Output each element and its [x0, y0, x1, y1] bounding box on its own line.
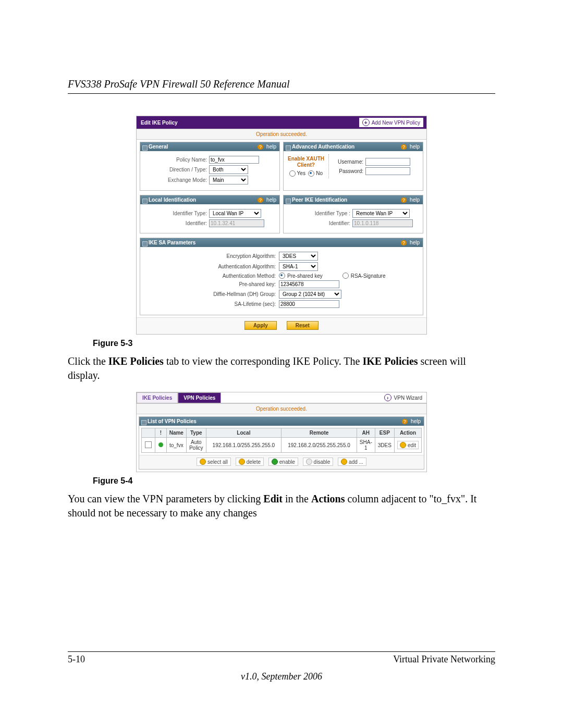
- adv-auth-header: Advanced Authentication: [292, 144, 354, 150]
- exchange-mode-label: Exchange Mode:: [144, 177, 207, 183]
- policy-name-label: Policy Name:: [144, 157, 207, 163]
- general-header: General: [149, 144, 168, 150]
- exchange-mode-select[interactable]: Main: [209, 176, 248, 184]
- help-link[interactable]: ?help: [402, 418, 421, 424]
- apply-button[interactable]: Apply: [244, 321, 277, 330]
- local-id-header: Local Identification: [149, 197, 196, 203]
- sa-life-input[interactable]: [279, 300, 339, 308]
- page-number: 5-10: [68, 654, 85, 665]
- rsa-radio[interactable]: [342, 273, 349, 279]
- peer-id-label: Identifier:: [288, 220, 350, 226]
- dh-select[interactable]: Group 2 (1024 bit): [279, 290, 341, 299]
- panel-title: Edit IKE Policy: [141, 120, 178, 126]
- help-link[interactable]: ?help: [401, 197, 420, 203]
- select-all-button[interactable]: select all: [197, 458, 231, 466]
- figure-caption-53: Figure 5-3: [93, 339, 495, 348]
- auth-method-label: Authentication Method:: [140, 273, 279, 279]
- status-dot-icon: [158, 442, 163, 447]
- edit-button[interactable]: edit: [397, 441, 419, 449]
- rsa-label: RSA-Signature: [351, 273, 386, 279]
- figure-caption-54: Figure 5-4: [93, 476, 495, 486]
- password-input[interactable]: [365, 167, 410, 175]
- enable-icon: [272, 459, 278, 465]
- vpn-wizard-label: VPN Wizard: [394, 395, 422, 401]
- direction-label: Direction / Type:: [144, 167, 207, 172]
- local-id-label: Identifier:: [144, 220, 207, 226]
- peer-type-label: Identifier Type :: [288, 211, 350, 216]
- psk-input[interactable]: [279, 280, 339, 288]
- username-label: Username:: [333, 159, 363, 165]
- add-button[interactable]: add ...: [338, 458, 366, 466]
- table-row: to_fvx Auto Policy 192.168.1.0/255.255.2…: [142, 438, 422, 453]
- section-name: Virtual Private Networking: [393, 654, 495, 665]
- add-icon: [341, 459, 347, 465]
- xauth-label-2: Client?: [288, 162, 324, 168]
- local-type-select[interactable]: Local Wan IP: [209, 209, 261, 218]
- xauth-yes-radio[interactable]: [289, 170, 296, 177]
- psk-label: Pre-shared key: [287, 273, 323, 279]
- help-link[interactable]: ?help: [258, 144, 276, 150]
- policy-name-input[interactable]: [209, 156, 259, 164]
- peer-type-select[interactable]: Remote Wan IP: [352, 209, 410, 218]
- disable-icon: [306, 459, 312, 465]
- doc-title: FVS338 ProSafe VPN Firewall 50 Reference…: [68, 78, 495, 94]
- no-label: No: [316, 170, 323, 176]
- xauth-no-radio[interactable]: [308, 170, 314, 177]
- xauth-label-1: Enable XAUTH: [288, 156, 324, 162]
- help-link[interactable]: ?help: [401, 240, 420, 245]
- yes-label: Yes: [297, 170, 305, 176]
- enable-button[interactable]: enable: [268, 458, 298, 466]
- row-checkbox[interactable]: [145, 441, 152, 448]
- status-message: Operation succeeded.: [137, 129, 426, 140]
- tab-ike-policies[interactable]: IKE Policies: [137, 392, 178, 403]
- screenshot-vpn-policies: IKE Policies VPN Policies › VPN Wizard O…: [136, 392, 427, 472]
- wizard-icon: ›: [384, 394, 391, 401]
- local-id-input[interactable]: [209, 219, 264, 227]
- edit-icon: [400, 442, 406, 448]
- delete-button[interactable]: delete: [236, 458, 264, 466]
- psk-label2: Pre-shared key:: [140, 281, 279, 287]
- delete-icon: [239, 459, 245, 465]
- plus-icon: +: [362, 119, 370, 126]
- paragraph-1: Click the IKE Policies tab to view the c…: [68, 354, 495, 382]
- screenshot-ike-policy: Edit IKE Policy + Add New VPN Policy Ope…: [136, 116, 427, 335]
- select-all-icon: [200, 459, 206, 465]
- username-input[interactable]: [365, 158, 410, 166]
- vpn-wizard-link[interactable]: › VPN Wizard: [380, 392, 426, 403]
- reset-button[interactable]: Reset: [287, 321, 319, 330]
- list-header: List of VPN Policies: [148, 418, 197, 424]
- sa-life-label: SA-Lifetime (sec):: [140, 301, 279, 307]
- add-vpn-policy-link[interactable]: + Add New VPN Policy: [359, 118, 423, 127]
- status-message-2: Operation succeeded.: [137, 403, 426, 414]
- peer-id-input[interactable]: [352, 219, 413, 227]
- enc-alg-label: Encryption Algorithm:: [140, 253, 279, 259]
- auth-alg-select[interactable]: SHA-1: [279, 262, 318, 271]
- password-label: Password:: [333, 168, 363, 174]
- dh-label: Diffie-Hellman (DH) Group:: [140, 291, 279, 297]
- help-link[interactable]: ?help: [401, 144, 420, 150]
- direction-select[interactable]: Both: [209, 165, 248, 174]
- local-type-label: Identifier Type:: [144, 211, 207, 216]
- peer-id-header: Peer IKE Identification: [292, 197, 347, 203]
- psk-radio[interactable]: [279, 273, 285, 279]
- disable-button[interactable]: disable: [303, 458, 334, 466]
- add-vpn-policy-label: Add New VPN Policy: [372, 120, 420, 126]
- enc-alg-select[interactable]: 3DES: [279, 252, 318, 261]
- help-link[interactable]: ?help: [258, 197, 276, 203]
- sa-header: IKE SA Parameters: [149, 240, 195, 245]
- doc-version: v1.0, September 2006: [68, 671, 495, 682]
- tab-vpn-policies[interactable]: VPN Policies: [178, 392, 221, 403]
- vpn-policies-table: ! Name Type Local Remote AH ESP Action t…: [141, 428, 422, 453]
- paragraph-2: You can view the VPN parameters by click…: [68, 492, 495, 520]
- auth-alg-label: Authentication Algorithm:: [140, 264, 279, 269]
